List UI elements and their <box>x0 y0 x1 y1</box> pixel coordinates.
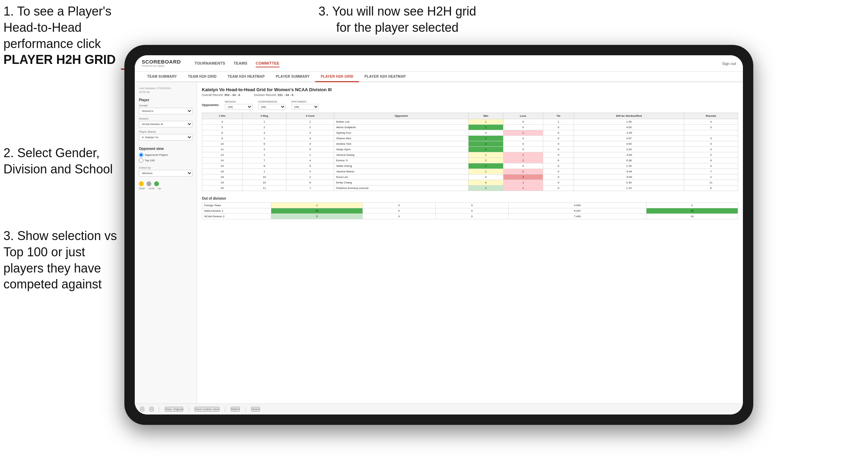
h2h-grid-table: # Div # Reg # Conf Opponent Win Loss Tie… <box>202 113 738 191</box>
save-custom-button[interactable]: Save Custom View <box>195 407 219 411</box>
colour-labels: Down Level Up <box>139 187 192 190</box>
step3-top-text: 3. You will now see H2H grid for the pla… <box>319 4 476 35</box>
table-row: 522 Alexis Sudjianto 1 0 0 4.00 3 <box>202 125 738 130</box>
instruction-step2: 2. Select Gender, Division and School <box>3 145 121 178</box>
region-select[interactable]: (All) <box>225 104 253 110</box>
filter-region: Region (All) <box>225 100 253 110</box>
logo-sub: Powered by clippd <box>142 65 181 68</box>
step2-text: 2. Select Gender, Division and School <box>3 146 113 176</box>
sidebar-radio-top100[interactable]: Top 100 <box>139 158 192 163</box>
col-win: Win <box>469 113 503 119</box>
sub-nav: TEAM SUMMARY TEAM H2H GRID TEAM H2H HEAT… <box>135 72 743 82</box>
step1-text: 1. To see a Player's Head-to-Head perfor… <box>3 4 111 51</box>
table-row: 19106 Emily Chang 4 1 0 0.30 11 <box>202 180 738 185</box>
table-row: Foreign Team 1 0 0 4.500 2 <box>202 203 738 208</box>
share-button[interactable]: Share <box>251 407 260 411</box>
out-of-division-title: Out of division <box>202 197 738 200</box>
grid-records: Overall Record: 353 - 34 - 6 Division Re… <box>202 93 738 97</box>
sidebar-opponent-view-title: Opponent view <box>139 147 192 151</box>
col-reg: # Reg <box>243 113 286 119</box>
step3-bottom-text: 3. Show selection vs Top 100 or just pla… <box>3 229 117 291</box>
table-row: 20117 Federica Domecq Lacroze 2 1 0 1.33… <box>202 185 738 191</box>
subnav-player-h2h-grid[interactable]: PLAYER H2H GRID <box>315 72 359 82</box>
col-tie: Tie <box>543 113 574 119</box>
instruction-step3-top: 3. You will now see H2H grid for the pla… <box>311 3 484 36</box>
toolbar-sep-1 <box>159 407 159 412</box>
col-loss: Loss <box>503 113 543 119</box>
subnav-team-h2h-heatmap[interactable]: TEAM H2H HEATMAP <box>222 72 270 82</box>
redo-button[interactable]: ↪ <box>150 407 153 411</box>
subnav-team-h2h-grid[interactable]: TEAM H2H GRID <box>182 72 222 82</box>
sidebar-player-title: Player <box>139 98 192 102</box>
grid-title: Katelyn Vo Head-to-Head Grid for Women's… <box>202 87 738 92</box>
step1-bold: PLAYER H2H GRID <box>3 53 116 67</box>
overall-record: Overall Record: 353 - 34 - 6 <box>202 93 240 97</box>
table-row: 633 Sydney Kuo 0 1 0 -1.00 <box>202 130 738 136</box>
nav-tournaments[interactable]: TOURNAMENTS <box>195 60 225 67</box>
opponent-select[interactable]: (All) <box>291 104 319 110</box>
nav-committee[interactable]: COMMITTEE <box>256 60 280 67</box>
filter-opponent: Opponent (All) <box>291 100 319 110</box>
toolbar-sep-3 <box>225 407 225 412</box>
logo-text: SCOREBOARD <box>142 59 181 65</box>
sidebar-gender-select[interactable]: Women's <box>139 108 192 114</box>
col-opponent: Opponent <box>334 113 468 119</box>
sidebar-player-rank-select[interactable]: 8. Katelyn Vo <box>139 134 192 141</box>
colour-dot-up <box>154 181 159 186</box>
table-row: 311 Esther Lee 1 0 1 1.50 4 <box>202 119 738 125</box>
app-container: SCOREBOARD Powered by clippd TOURNAMENTS… <box>135 55 743 414</box>
instruction-step3-bottom: 3. Show selection vs Top 100 or just pla… <box>3 228 128 293</box>
table-row: 1063 Andrea York 2 0 0 4.00 4 <box>202 141 738 147</box>
subnav-player-summary[interactable]: PLAYER SUMMARY <box>270 72 315 82</box>
filter-conference: Conference (All) <box>258 100 286 110</box>
app-header: SCOREBOARD Powered by clippd TOURNAMENTS… <box>135 55 743 72</box>
nav-teams[interactable]: TEAMS <box>234 60 247 67</box>
col-diff: Diff Av Strokes/Rnd <box>574 113 684 119</box>
main-content: Last Updated: 27/03/2024 16:55:38 Player… <box>135 82 743 403</box>
sign-out[interactable]: Sign out <box>722 61 736 66</box>
table-row: 1474 Eunice Yi 2 2 0 0.38 9 <box>202 158 738 163</box>
table-row: 18102 Euna Lee 0 3 0 -5.00 2 <box>202 174 738 180</box>
conference-select[interactable]: (All) <box>258 104 286 110</box>
opponents-label: Opponents: <box>202 103 219 107</box>
division-record: Division Record: 331 - 34 - 6 <box>254 93 293 97</box>
table-row: NAIA Division 1 15 0 0 9.267 30 <box>202 208 738 214</box>
col-conf: # Conf <box>286 113 334 119</box>
table-row: 1125 Heejo Hyun 1 0 0 3.33 3 <box>202 147 738 152</box>
watch-button[interactable]: Watch <box>231 407 240 411</box>
tablet-device: SCOREBOARD Powered by clippd TOURNAMENTS… <box>124 45 753 425</box>
subnav-team-summary[interactable]: TEAM SUMMARY <box>142 72 182 82</box>
instruction-step1: 1. To see a Player's Head-to-Head perfor… <box>3 3 121 68</box>
table-row: 914 Sharon Mun 1 0 0 3.67 3 <box>202 136 738 141</box>
sidebar-radio-opponents-played[interactable]: Opponents Played <box>139 153 192 157</box>
sidebar-timestamp: Last Updated: 27/03/2024 16:55:38 <box>139 86 192 94</box>
colour-dot-down <box>139 181 144 186</box>
tablet-screen: SCOREBOARD Powered by clippd TOURNAMENTS… <box>135 55 743 414</box>
table-row: 1311 Jessica Huang 1 1 0 -3.00 2 <box>202 152 738 158</box>
colour-dot-level <box>147 181 151 186</box>
view-original-button[interactable]: View: Original <box>165 407 183 411</box>
filter-row: Opponents: Region (All) Conference (All) <box>202 100 738 110</box>
sidebar: Last Updated: 27/03/2024 16:55:38 Player… <box>135 82 197 403</box>
nav-items: TOURNAMENTS TEAMS COMMITTEE <box>195 60 711 67</box>
subnav-player-h2h-heatmap[interactable]: PLAYER H2H HEATMAP <box>359 72 411 82</box>
sidebar-colour-select[interactable]: Win/loss <box>139 170 192 177</box>
toolbar-sep-2 <box>189 407 189 412</box>
sidebar-division-label: Division <box>139 117 192 120</box>
sidebar-radio-group: Opponents Played Top 100 <box>139 153 192 163</box>
sidebar-player-rank-label: Player (Rank) <box>139 130 192 133</box>
sidebar-division-select[interactable]: NCAA Division III <box>139 121 192 127</box>
table-row: 1585 Stella Cheng 1 0 0 1.25 4 <box>202 163 738 169</box>
sidebar-colour-label: Colour by <box>139 166 192 169</box>
undo-button[interactable]: ↩ <box>140 407 144 411</box>
data-panel: Katelyn Vo Head-to-Head Grid for Women's… <box>197 82 743 403</box>
bottom-toolbar: ↩ ↪ View: Original Save Custom View Watc… <box>135 403 743 414</box>
logo-area: SCOREBOARD Powered by clippd <box>142 59 181 68</box>
col-rounds: Rounds <box>684 113 738 119</box>
sidebar-colour-section: Colour by Win/loss Down Level Up <box>139 166 192 190</box>
colour-dots <box>139 181 192 186</box>
col-div: # Div <box>202 113 243 119</box>
sidebar-gender-label: Gender <box>139 104 192 107</box>
out-division-table: Foreign Team 1 0 0 4.500 2 NAIA Division… <box>202 202 738 219</box>
toolbar-sep-4 <box>245 407 246 412</box>
